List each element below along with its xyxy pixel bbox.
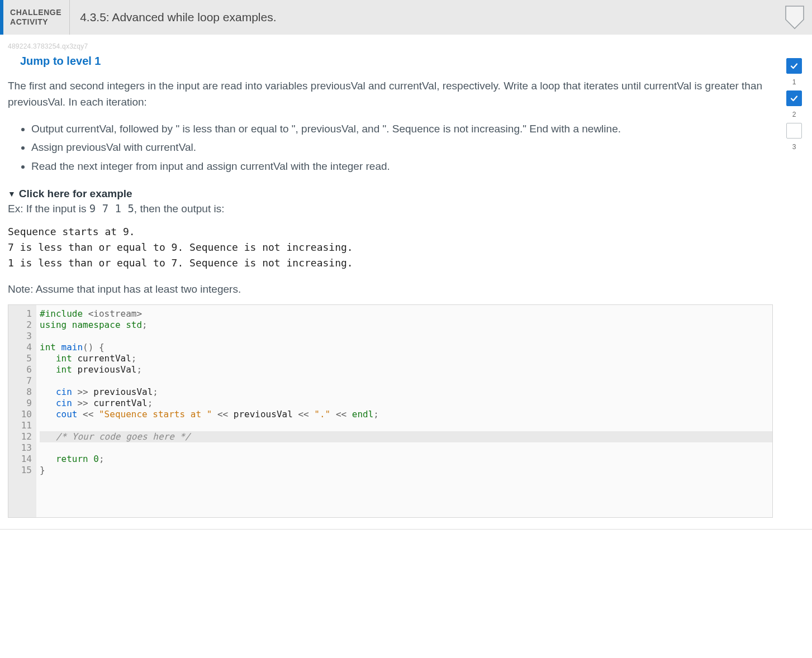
- example-toggle-label: Click here for example: [19, 188, 132, 200]
- example-prefix: Ex: If the input is: [8, 203, 89, 214]
- activity-type-label: CHALLENGE ACTIVITY: [3, 0, 70, 35]
- prompt-step: Read the next integer from input and ass…: [31, 158, 773, 174]
- activity-type-line1: CHALLENGE: [10, 8, 61, 17]
- level-indicator[interactable]: [786, 123, 802, 139]
- prompt-note: Note: Assume that input has at least two…: [8, 283, 773, 295]
- example-toggle[interactable]: ▼ Click here for example: [8, 188, 773, 200]
- caret-down-icon: ▼: [8, 189, 16, 198]
- level-indicator[interactable]: [786, 90, 802, 106]
- activity-header: CHALLENGE ACTIVITY 4.3.5: Advanced while…: [0, 0, 812, 35]
- tracking-code: 489224.3783254.qx3zqy7: [0, 35, 812, 55]
- jump-to-level-link[interactable]: Jump to level 1: [8, 55, 773, 78]
- example-input: 9 7 1 5: [89, 202, 134, 214]
- main-content: Jump to level 1 The first and second int…: [8, 55, 784, 518]
- prompt-steps: Output currentVal, followed by " is less…: [11, 121, 773, 174]
- prompt-lead: The first and second integers in the inp…: [8, 78, 773, 111]
- example-output: Sequence starts at 9. 7 is less than or …: [8, 224, 773, 271]
- prompt-step: Output currentVal, followed by " is less…: [31, 121, 773, 137]
- level-number: 3: [792, 143, 796, 151]
- activity-type-line2: ACTIVITY: [10, 17, 61, 27]
- level-number: 1: [792, 78, 796, 86]
- shield-icon: [783, 0, 806, 35]
- level-indicator[interactable]: [786, 58, 802, 74]
- example-input-line: Ex: If the input is 9 7 1 5, then the ou…: [8, 202, 773, 215]
- line-number-gutter: 123456789101112131415: [8, 305, 36, 517]
- code-area[interactable]: #include <iostream>using namespace std; …: [36, 305, 772, 517]
- prompt-step: Assign previousVal with currentVal.: [31, 139, 773, 155]
- code-editor[interactable]: 123456789101112131415 #include <iostream…: [8, 304, 773, 518]
- example-suffix: , then the output is:: [134, 203, 225, 214]
- level-number: 2: [792, 111, 796, 118]
- activity-title: 4.3.5: Advanced while loop examples.: [70, 0, 783, 35]
- level-progress-sidebar: 123: [784, 55, 804, 518]
